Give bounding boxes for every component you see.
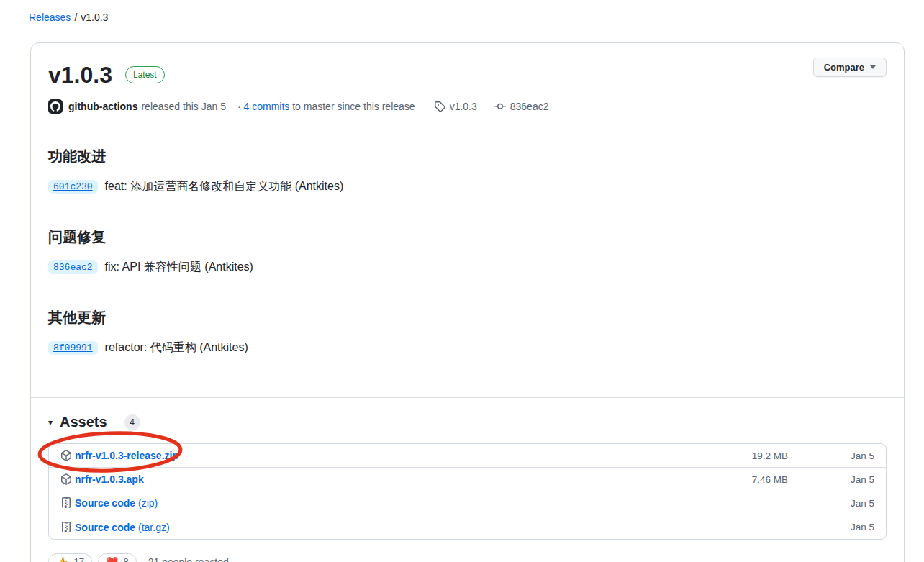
compare-button-label: Compare	[824, 62, 864, 73]
release-card: v1.0.3 Latest Compare github-actions rel…	[30, 42, 905, 562]
asset-download-link[interactable]: nrfr-v1.0.3.apk	[60, 473, 702, 485]
asset-name: Source code	[75, 497, 135, 509]
tag-item: v1.0.3	[434, 101, 477, 112]
commit-sha-text: 836eac2	[510, 101, 549, 112]
asset-download-link[interactable]: nrfr-v1.0.3-release.zip	[60, 450, 702, 461]
github-mark-icon	[50, 101, 60, 112]
breadcrumb-separator: /	[74, 12, 77, 23]
assets-section: ▾ Assets 4 nrfr-v1.0.3-release.zip 19.2 …	[31, 398, 904, 540]
thumbs-up-count: 17	[73, 556, 83, 562]
released-text: released this Jan 5	[141, 101, 226, 112]
commit-message: fix: API 兼容性问题 (Antkites)	[105, 260, 253, 275]
package-icon	[60, 473, 72, 485]
asset-name: nrfr-v1.0.3-release.zip	[75, 450, 178, 461]
asset-row: Source code (zip) Jan 5	[49, 491, 886, 515]
heart-reaction-button[interactable]: ❤️ 8	[98, 553, 137, 562]
tag-icon	[434, 101, 445, 112]
commit-hash-link[interactable]: 8f09991	[48, 341, 98, 355]
section-heading-others: 其他更新	[48, 308, 887, 327]
commits-group: · 4 commits to master since this release	[237, 101, 415, 112]
thumbs-up-icon: 👍	[56, 557, 68, 562]
file-zip-icon	[60, 497, 72, 509]
asset-date: Jan 5	[788, 450, 874, 461]
asset-date: Jan 5	[788, 474, 874, 485]
commits-rest-text: to master since this release	[292, 101, 415, 112]
release-title: v1.0.3	[48, 60, 112, 89]
file-zip-icon	[60, 522, 72, 533]
breadcrumb: Releases / v1.0.3	[0, 0, 924, 23]
heart-count: 8	[123, 556, 128, 562]
reactions-row: 👍 17 ❤️ 8 21 people reacted	[31, 540, 904, 562]
commit-hash-link[interactable]: 836eac2	[48, 260, 98, 274]
assets-toggle[interactable]: ▾ Assets 4	[48, 414, 887, 430]
source-code-targz-link[interactable]: Source code (tar.gz)	[60, 522, 702, 533]
package-icon	[60, 450, 72, 461]
assets-table: nrfr-v1.0.3-release.zip 19.2 MB Jan 5 nr…	[48, 443, 887, 540]
thumbs-up-reaction-button[interactable]: 👍 17	[48, 553, 92, 562]
asset-name-suffix: (tar.gz)	[138, 522, 170, 533]
latest-badge[interactable]: Latest	[125, 66, 165, 84]
commit-icon	[494, 101, 506, 112]
asset-row: nrfr-v1.0.3-release.zip 19.2 MB Jan 5	[49, 444, 886, 468]
asset-size: 19.2 MB	[702, 450, 788, 461]
commit-line: 836eac2 fix: API 兼容性问题 (Antkites)	[48, 260, 887, 275]
release-meta-row: github-actions released this Jan 5 · 4 c…	[48, 99, 887, 114]
commit-message: refactor: 代码重构 (Antkites)	[105, 340, 248, 355]
source-code-zip-link[interactable]: Source code (zip)	[60, 497, 702, 509]
tag-name: v1.0.3	[450, 101, 477, 112]
assets-count-badge: 4	[124, 414, 140, 430]
commit-message: feat: 添加运营商名修改和自定义功能 (Antkites)	[105, 179, 344, 194]
commit-line: 601c230 feat: 添加运营商名修改和自定义功能 (Antkites)	[48, 179, 887, 194]
asset-date: Jan 5	[788, 498, 874, 509]
release-author-link[interactable]: github-actions	[68, 101, 137, 112]
breadcrumb-releases-link[interactable]: Releases	[29, 12, 71, 23]
release-card-body: v1.0.3 Latest Compare github-actions rel…	[31, 43, 904, 373]
asset-name-suffix: (zip)	[138, 497, 158, 509]
asset-size: 7.46 MB	[702, 474, 788, 485]
assets-title: Assets	[60, 414, 107, 430]
commit-hash-link[interactable]: 601c230	[48, 180, 98, 194]
breadcrumb-current: v1.0.3	[81, 12, 108, 23]
commit-line: 8f09991 refactor: 代码重构 (Antkites)	[48, 340, 887, 355]
meta-icons: v1.0.3 836eac2	[434, 101, 549, 112]
section-heading-features: 功能改进	[48, 147, 887, 166]
asset-name: nrfr-v1.0.3.apk	[75, 473, 144, 485]
release-header: v1.0.3 Latest Compare	[48, 60, 887, 89]
asset-date: Jan 5	[788, 522, 874, 532]
chevron-down-icon	[870, 65, 876, 69]
commits-link[interactable]: 4 commits	[244, 101, 290, 112]
github-actions-avatar[interactable]	[48, 99, 63, 114]
commits-dot: ·	[237, 101, 241, 112]
heart-icon: ❤️	[106, 557, 118, 562]
compare-button[interactable]: Compare	[813, 58, 887, 77]
asset-row: nrfr-v1.0.3.apk 7.46 MB Jan 5	[49, 468, 886, 491]
section-heading-fixes: 问题修复	[48, 227, 887, 247]
reacted-summary: 21 people reacted	[148, 556, 229, 562]
asset-name: Source code	[75, 522, 135, 533]
commit-sha-item: 836eac2	[494, 101, 549, 112]
triangle-down-icon: ▾	[48, 417, 53, 427]
asset-row: Source code (tar.gz) Jan 5	[49, 515, 886, 539]
